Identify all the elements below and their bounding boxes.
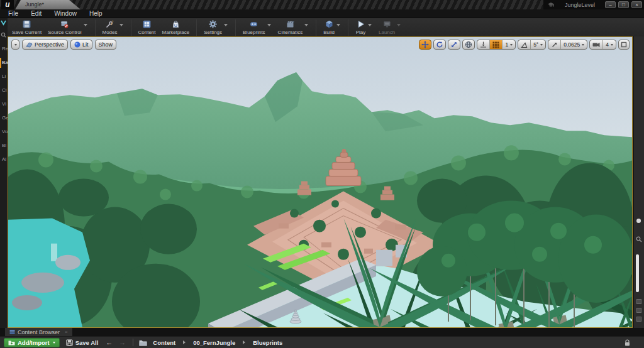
dropdown-caret-icon[interactable] (304, 24, 308, 26)
place-category-visual[interactable]: Vi (0, 97, 8, 111)
world-coordinate-button[interactable] (462, 40, 475, 50)
dropdown-caret-icon (53, 342, 55, 344)
clapperboard-icon (285, 19, 296, 29)
show-button[interactable]: Show (95, 40, 117, 50)
perspective-icon (26, 41, 33, 48)
marketplace-button[interactable]: Marketplace (159, 19, 193, 36)
maximize-icon (621, 41, 627, 48)
camera-speed-value[interactable]: 4 (603, 40, 616, 49)
maximize-viewport-button[interactable] (618, 40, 630, 50)
rotate-tool-icon (436, 41, 443, 48)
dropdown-caret-icon[interactable] (368, 24, 372, 26)
dropdown-caret-icon[interactable] (84, 24, 87, 26)
settings-button[interactable]: Settings (201, 19, 231, 36)
viewport-toolbar-left: Perspective Lit Show (11, 40, 116, 50)
place-category-lights[interactable]: Li (0, 70, 8, 84)
rotation-snap-button[interactable] (518, 40, 531, 49)
panel-edge-button[interactable] (636, 299, 641, 304)
move-tool-icon (421, 41, 429, 48)
panel-edge-button[interactable] (636, 308, 641, 313)
place-category-basic[interactable]: Ba (0, 56, 8, 70)
grid-snap-icon (492, 41, 499, 48)
save-all-icon (66, 339, 73, 346)
launch-device-icon (382, 19, 392, 29)
place-category-recent[interactable]: Re (0, 42, 8, 56)
rotate-tool-button[interactable] (433, 40, 446, 50)
build-cube-icon (324, 19, 335, 29)
place-category-blueprints[interactable]: Bl (0, 139, 8, 153)
perspective-button[interactable]: Perspective (22, 40, 68, 50)
scale-tool-button[interactable] (448, 40, 460, 50)
level-tab[interactable]: Jungle* (15, 0, 80, 9)
viewport-options-button[interactable] (11, 40, 19, 50)
unreal-editor-window: u Jungle* JungleLevel – □ × File Edit Wi… (0, 0, 644, 348)
close-tab-icon[interactable]: × (65, 329, 68, 335)
dropdown-caret-icon[interactable] (119, 24, 123, 26)
scale-snap-group: 0.0625 (548, 40, 587, 50)
restore-button[interactable]: □ (618, 1, 629, 8)
dropdown-caret-icon[interactable] (224, 24, 228, 26)
grid-snap-group: 1 (477, 40, 516, 50)
cinematics-button[interactable]: Cinematics (275, 19, 313, 36)
dropdown-caret-icon[interactable] (267, 24, 271, 26)
breadcrumb-blueprints[interactable]: Blueprints (251, 339, 284, 346)
lock-icon[interactable] (625, 339, 630, 346)
title-bar: u Jungle* JungleLevel – □ × (0, 0, 644, 9)
rotation-snap-value[interactable]: 5° (531, 40, 545, 49)
lit-button[interactable]: Lit (70, 40, 92, 50)
forward-button[interactable]: → (118, 339, 127, 346)
search-icon[interactable] (636, 236, 642, 242)
dropdown-caret-icon[interactable] (336, 24, 340, 26)
search-icon[interactable] (1, 32, 6, 38)
launch-button[interactable]: Launch (375, 19, 404, 36)
content-browser-tab-icon (9, 329, 15, 335)
save-current-button[interactable]: Save Current (9, 19, 45, 36)
grid-snap-value[interactable]: 1 (502, 40, 515, 49)
add-import-button[interactable]: Add/Import (4, 338, 60, 347)
unreal-logo-icon: u (1, 0, 14, 9)
dropdown-caret-icon[interactable] (397, 24, 401, 26)
camera-speed-button[interactable] (590, 40, 603, 49)
folder-icon (139, 339, 147, 346)
level-viewport[interactable]: Perspective Lit Show (8, 36, 633, 328)
scale-tool-icon (450, 41, 458, 48)
place-category-all[interactable]: Al (0, 153, 8, 166)
content-button[interactable]: Content (135, 19, 159, 36)
place-actors-panel-collapsed: Re Ba Li Ci Vi Ge Vo Bl Al (0, 18, 8, 328)
gear-icon (208, 19, 218, 29)
menu-window[interactable]: Window (48, 10, 82, 17)
modes-button[interactable]: Modes (99, 19, 127, 36)
breadcrumb-content[interactable]: Content (151, 339, 177, 346)
place-mode-icon[interactable] (1, 20, 6, 26)
build-button[interactable]: Build (320, 19, 344, 36)
place-category-cinematic[interactable]: Ci (0, 84, 8, 97)
move-tool-button[interactable] (419, 40, 431, 50)
scale-snap-button[interactable] (548, 40, 561, 49)
viewport-scene[interactable] (8, 37, 632, 327)
panel-edge-button[interactable] (636, 317, 641, 322)
tutorial-cap-icon[interactable] (547, 2, 555, 8)
source-control-button[interactable]: Source Control (45, 19, 91, 36)
close-button[interactable]: × (631, 1, 642, 8)
surface-snap-icon (480, 41, 487, 48)
menu-edit[interactable]: Edit (25, 10, 47, 17)
place-category-volumes[interactable]: Vo (0, 125, 8, 139)
scrollbar[interactable] (636, 254, 639, 292)
surface-snap-button[interactable] (477, 40, 490, 49)
blueprints-button[interactable]: Blueprints (240, 19, 275, 36)
breadcrumb-separator-icon (243, 340, 245, 344)
place-category-geometry[interactable]: Ge (0, 111, 8, 125)
scale-snap-value[interactable]: 0.0625 (561, 40, 587, 49)
save-all-button[interactable]: Save All (64, 339, 101, 346)
breadcrumb-separator-icon (183, 340, 186, 344)
breadcrumb-fernjungle[interactable]: 00_FernJungle (191, 339, 237, 346)
rotation-snap-group: 5° (518, 40, 546, 50)
menu-file[interactable]: File (3, 10, 24, 17)
grid-snap-button[interactable] (490, 40, 502, 49)
minimize-button[interactable]: – (605, 1, 616, 8)
menu-help[interactable]: Help (84, 10, 108, 17)
back-button[interactable]: ← (104, 339, 114, 346)
content-browser-tab[interactable]: Content Browser × (5, 328, 72, 336)
play-button[interactable]: Play (352, 19, 375, 36)
content-browser-bar: Add/Import Save All ← → Content 00_FernJ… (0, 336, 644, 348)
